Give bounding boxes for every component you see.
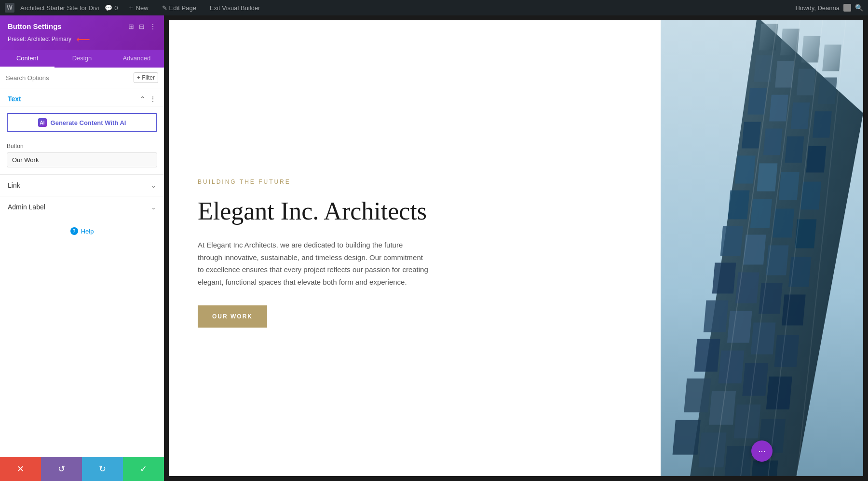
admin-bar: W Architect Starter Site for Divi 💬 0 ＋ … (0, 0, 868, 15)
building-illustration (661, 20, 863, 476)
fab-dots-icon: ··· (758, 446, 765, 456)
link-chevron-icon: ⌄ (151, 182, 156, 189)
tab-advanced[interactable]: Advanced (109, 50, 164, 68)
svg-rect-17 (806, 146, 827, 173)
svg-rect-24 (773, 209, 794, 238)
admin-label-chevron-icon: ⌄ (151, 204, 156, 211)
admin-label-section-header[interactable]: Admin Label ⌄ (8, 203, 156, 211)
panel-header-top: Button Settings ⊞ ⊟ ⋮ (8, 22, 156, 30)
redo-button[interactable]: ↻ (82, 457, 123, 481)
discard-button[interactable]: ✕ (0, 457, 41, 481)
svg-rect-48 (724, 446, 752, 477)
ai-button-wrapper: AI Generate Content With AI (0, 107, 164, 138)
tab-content[interactable]: Content (0, 50, 54, 68)
svg-rect-5 (822, 45, 841, 71)
bottom-bar: ✕ ↺ ↻ ✓ (0, 457, 164, 481)
comments-link[interactable]: 💬 0 (105, 4, 118, 12)
admin-label-title: Admin Label (8, 203, 45, 211)
preset-label[interactable]: Preset: Architect Primary (8, 36, 71, 42)
columns-icon[interactable]: ⊟ (139, 23, 145, 30)
panel-preset: Preset: Architect Primary ⟵ (8, 33, 156, 45)
svg-rect-23 (750, 199, 772, 228)
user-avatar[interactable] (843, 4, 851, 12)
link-section-title: Link (8, 181, 20, 189)
help-label: Help (81, 228, 94, 235)
button-text-input[interactable] (7, 152, 157, 167)
admin-bar-left: W Architect Starter Site for Divi 💬 0 ＋ … (5, 0, 791, 15)
help-icon: ? (70, 227, 78, 235)
search-options-input[interactable] (6, 74, 131, 82)
exit-visual-builder-button[interactable]: Exit Visual Builder (206, 0, 264, 15)
admin-label-section: Admin Label ⌄ (0, 196, 164, 218)
svg-rect-19 (757, 164, 777, 192)
svg-rect-36 (751, 323, 776, 355)
svg-rect-47 (698, 433, 726, 467)
svg-rect-4 (801, 36, 821, 63)
page-preview: BUILDING THE FUTURE Elegant Inc. Archite… (164, 15, 868, 481)
svg-rect-38 (694, 339, 720, 372)
edit-page-button[interactable]: ✎ Edit Page (158, 0, 200, 15)
undo-button[interactable]: ↺ (41, 457, 82, 481)
svg-rect-8 (797, 69, 816, 96)
ai-generate-button[interactable]: AI Generate Content With AI (7, 113, 157, 132)
svg-rect-9 (818, 78, 837, 104)
svg-rect-49 (750, 461, 778, 477)
svg-rect-29 (788, 257, 811, 287)
tab-design[interactable]: Design (54, 50, 109, 68)
panel-content: Text ⌃ ⋮ AI Generate Content With AI But… (0, 88, 164, 457)
svg-rect-26 (720, 226, 743, 256)
ai-icon: AI (38, 118, 47, 127)
svg-rect-11 (769, 95, 788, 122)
text-section-header: Text ⌃ ⋮ (0, 88, 164, 107)
section-controls: ⌃ ⋮ (140, 95, 156, 103)
panel-header: Button Settings ⊞ ⊟ ⋮ Preset: Architect … (0, 15, 164, 50)
svg-rect-31 (735, 273, 760, 303)
svg-rect-42 (684, 379, 711, 412)
red-arrow-icon: ⟵ (76, 33, 90, 45)
button-field-group: Button (0, 138, 164, 174)
svg-rect-33 (782, 295, 806, 326)
hero-title: Elegant Inc. Architects (198, 197, 632, 226)
pencil-icon: ✎ (162, 4, 167, 12)
svg-rect-13 (813, 111, 832, 138)
fab-button[interactable]: ··· (751, 440, 773, 462)
howdy-text: Howdy, Deanna (795, 4, 840, 12)
svg-rect-21 (800, 182, 821, 210)
magic-icon[interactable]: ⊞ (128, 23, 134, 30)
filter-button[interactable]: + Filter (134, 72, 158, 83)
wordpress-logo-icon[interactable]: W (5, 3, 14, 13)
search-icon[interactable]: 🔍 (855, 4, 863, 12)
link-section: Link ⌄ (0, 174, 164, 196)
svg-rect-44 (734, 405, 761, 439)
svg-rect-30 (712, 263, 736, 294)
page-canvas: BUILDING THE FUTURE Elegant Inc. Archite… (169, 20, 863, 476)
site-name[interactable]: Architect Starter Site for Divi (20, 4, 99, 12)
save-button[interactable]: ✓ (123, 457, 164, 481)
admin-bar-right: Howdy, Deanna 🔍 (795, 4, 863, 12)
hero-cta-button[interactable]: OUR WORK (198, 305, 267, 328)
new-content-button[interactable]: ＋ New (124, 0, 152, 15)
section-more-icon[interactable]: ⋮ (149, 95, 156, 103)
svg-rect-14 (742, 122, 761, 149)
svg-rect-37 (774, 335, 799, 367)
svg-rect-22 (728, 191, 749, 220)
help-row[interactable]: ? Help (0, 218, 164, 245)
hero-text-section: BUILDING THE FUTURE Elegant Inc. Archite… (169, 20, 661, 476)
settings-panel: Button Settings ⊞ ⊟ ⋮ Preset: Architect … (0, 15, 164, 481)
svg-rect-12 (791, 103, 810, 129)
search-row: + Filter (0, 68, 164, 88)
svg-rect-3 (780, 29, 800, 55)
svg-rect-39 (719, 351, 745, 384)
svg-rect-40 (742, 363, 768, 396)
link-section-header[interactable]: Link ⌄ (8, 181, 156, 189)
svg-rect-18 (735, 156, 756, 184)
hero-image-section: ··· (661, 20, 863, 476)
panel-header-icons: ⊞ ⊟ ⋮ (128, 23, 156, 30)
more-options-icon[interactable]: ⋮ (149, 23, 156, 30)
svg-rect-20 (779, 172, 800, 200)
section-collapse-icon[interactable]: ⌃ (140, 95, 146, 103)
panel-title: Button Settings (8, 22, 62, 30)
hero-description: At Elegant Inc Architects, we are dedica… (198, 239, 429, 288)
hero-container: BUILDING THE FUTURE Elegant Inc. Archite… (169, 20, 863, 476)
hero-eyebrow: BUILDING THE FUTURE (198, 179, 632, 185)
